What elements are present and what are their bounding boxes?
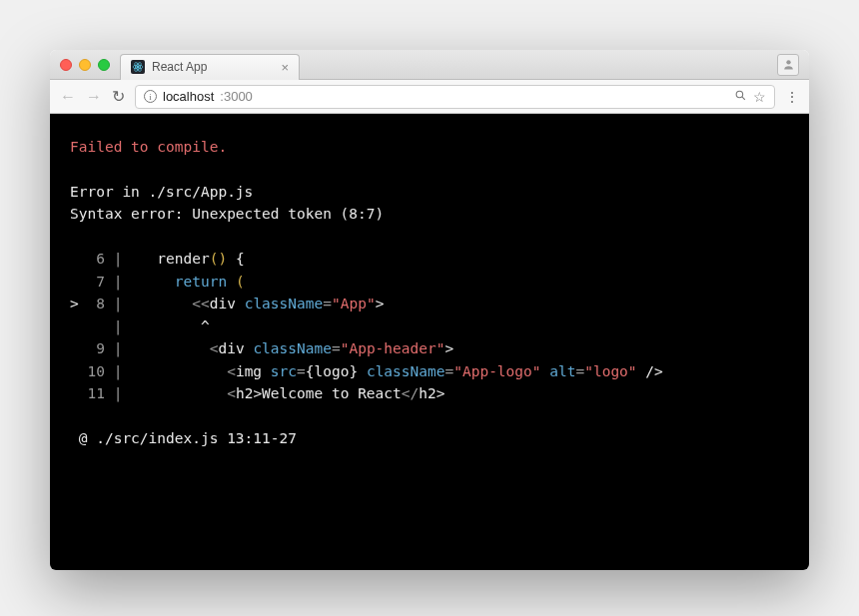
browser-tab[interactable]: React App × [120,54,300,80]
browser-toolbar: ← → ↻ i localhost:3000 ☆ ⋮ [50,80,809,114]
site-info-icon[interactable]: i [144,90,157,103]
tab-bar: React App × [50,50,809,80]
error-stack-footer: @ ./src/index.js 13:11-27 [70,430,297,446]
code-line-caret: | ^ [70,318,210,334]
svg-point-0 [137,66,139,68]
browser-window: React App × ← → ↻ i localhost:3000 ☆ ⋮ F… [50,50,809,570]
bookmark-star-icon[interactable]: ☆ [753,89,766,105]
page-content: Failed to compile. Error in ./src/App.js… [50,114,809,570]
menu-icon[interactable]: ⋮ [785,89,799,105]
zoom-icon[interactable] [734,89,747,105]
tab-close-icon[interactable]: × [281,60,289,75]
code-line: 10 | <img src={logo} className="App-logo… [70,363,663,379]
maximize-window-button[interactable] [98,59,110,71]
code-line-error: > 8 | <<div className="App"> [70,296,384,311]
reload-button[interactable]: ↻ [112,87,125,106]
tab-title: React App [152,60,207,74]
address-bar[interactable]: i localhost:3000 ☆ [135,85,775,109]
svg-line-6 [742,97,745,100]
forward-button[interactable]: → [86,88,102,106]
error-title: Failed to compile. [70,139,227,155]
code-line: 9 | <div className="App-header"> [70,340,453,356]
url-port: :3000 [220,89,253,104]
code-line: 6 | render() { [70,251,245,267]
svg-point-5 [736,91,743,98]
code-line: 7 | return ( [70,274,245,290]
close-window-button[interactable] [60,59,72,71]
minimize-window-button[interactable] [79,59,91,71]
code-line: 11 | <h2>Welcome to React</h2> [70,385,444,401]
url-host: localhost [163,89,214,104]
react-favicon-icon [131,60,145,74]
window-controls [60,59,110,71]
profile-icon[interactable] [777,54,799,76]
svg-point-4 [786,60,790,64]
error-message: Syntax error: Unexpected token (8:7) [70,206,384,222]
error-file: Error in ./src/App.js [70,184,253,200]
back-button[interactable]: ← [60,88,76,106]
